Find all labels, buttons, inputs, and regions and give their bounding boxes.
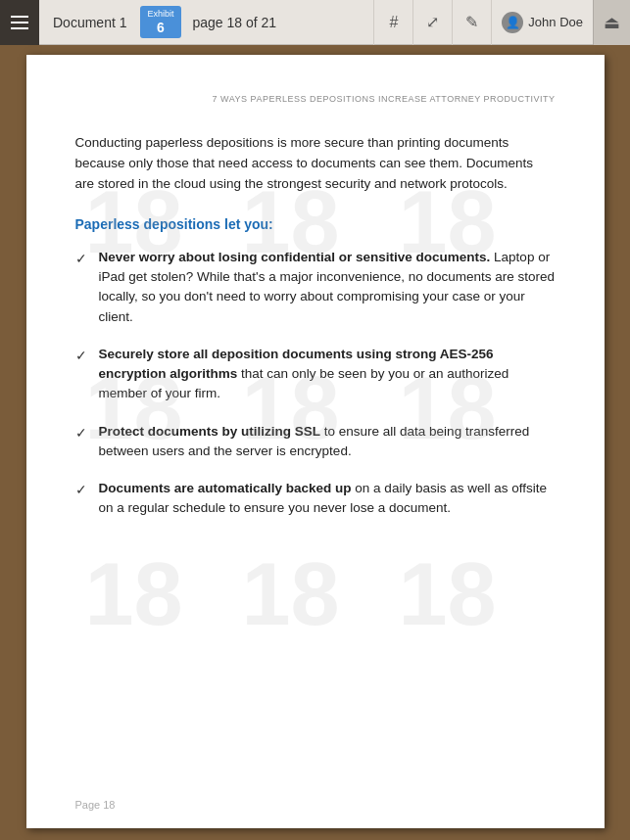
list-item-text: Documents are automatically backed up on…: [99, 479, 556, 519]
checkmark-icon: ✓: [75, 423, 87, 443]
edit-icon: ✎: [465, 13, 478, 31]
document-header: 7 WAYS PAPERLESS DEPOSITIONS INCREASE AT…: [75, 94, 556, 104]
list-item: ✓ Securely store all deposition document…: [75, 345, 556, 404]
exit-icon: ⏏: [604, 12, 620, 33]
user-name: John Doe: [528, 15, 583, 29]
list-item: ✓ Documents are automatically backed up …: [75, 479, 556, 519]
exhibit-label: Exhibit: [147, 9, 173, 20]
document-intro: Conducting paperless depositions is more…: [75, 133, 556, 195]
checklist: ✓ Never worry about losing confidential …: [75, 248, 556, 519]
list-item-bold: Securely store all deposition documents …: [99, 347, 494, 381]
exit-button[interactable]: ⏏: [593, 0, 630, 45]
list-item-text: Protect documents by utilizing SSL to en…: [99, 422, 556, 462]
document-title: Document 1: [39, 15, 140, 30]
fullscreen-button[interactable]: ⤢: [412, 0, 452, 45]
document-subheading: Paperless depositions let you:: [75, 216, 556, 232]
user-menu[interactable]: 👤 John Doe: [491, 0, 593, 45]
page-footer: Page 18: [75, 799, 116, 811]
hamburger-icon: [11, 16, 28, 29]
user-avatar: 👤: [502, 12, 523, 33]
list-item: ✓ Protect documents by utilizing SSL to …: [75, 422, 556, 462]
checkmark-icon: ✓: [75, 346, 87, 366]
exhibit-badge: Exhibit 6: [140, 6, 180, 39]
list-item-text: Securely store all deposition documents …: [99, 345, 556, 404]
hash-button[interactable]: #: [373, 0, 412, 45]
document-page: 18 18 18 18 18 18 18 18 18 7 WAYS PAPERL…: [26, 55, 605, 828]
hash-icon: #: [389, 14, 398, 31]
exhibit-number: 6: [157, 20, 165, 36]
hamburger-menu-button[interactable]: [0, 0, 39, 45]
document-outer: 18 18 18 18 18 18 18 18 18 7 WAYS PAPERL…: [0, 45, 630, 840]
checkmark-icon: ✓: [75, 249, 87, 269]
toolbar: Document 1 Exhibit 6 page 18 of 21 # ⤢ ✎…: [0, 0, 630, 45]
page-info: page 18 of 21: [181, 15, 289, 30]
list-item: ✓ Never worry about losing confidential …: [75, 248, 556, 327]
list-item-bold: Never worry about losing confidential or…: [99, 250, 491, 264]
fullscreen-icon: ⤢: [426, 13, 439, 31]
list-item-text: Never worry about losing confidential or…: [99, 248, 556, 327]
checkmark-icon: ✓: [75, 480, 87, 500]
list-item-bold: Protect documents by utilizing SSL: [99, 424, 321, 439]
list-item-bold: Documents are automatically backed up: [99, 481, 352, 495]
edit-button[interactable]: ✎: [452, 0, 491, 45]
user-icon: 👤: [506, 16, 520, 29]
